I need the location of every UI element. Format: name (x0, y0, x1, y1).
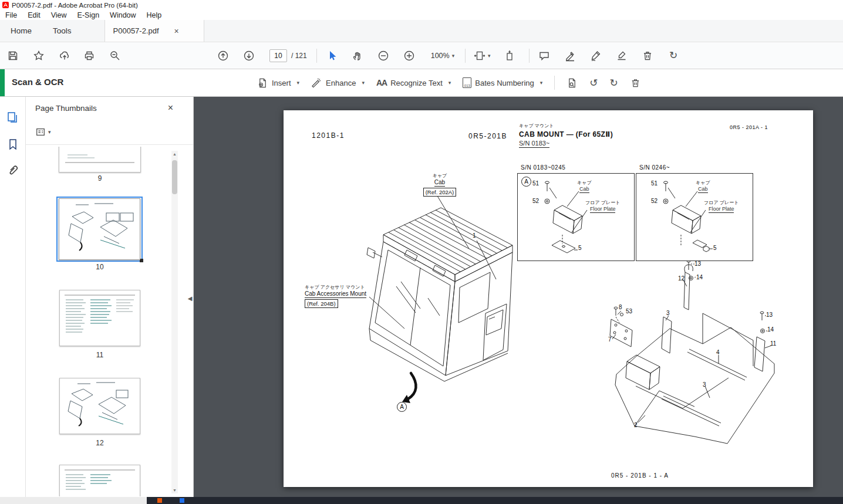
tab-document[interactable]: P00057-2.pdf × (104, 20, 204, 42)
scroll-mode-icon (504, 50, 515, 62)
toolbar-separator (554, 76, 555, 90)
document-view-area[interactable]: 1201B-1 0R5-201B キャブ マウント CAB MOUNT — (F… (194, 97, 843, 497)
menu-view[interactable]: View (46, 11, 72, 19)
callout-3: 3 (703, 381, 706, 388)
bookmarks-panel-button[interactable] (6, 138, 19, 151)
page-display-button[interactable]: ▾ (469, 46, 495, 66)
acrobat-window: P00057-2.pdf - Adobe Acrobat Pro (64-bit… (0, 0, 843, 504)
ink-sign-button[interactable] (586, 46, 606, 66)
toolbar-separator (529, 49, 530, 63)
callout-5: 5 (578, 245, 582, 251)
callout-13: 13 (766, 312, 773, 318)
callout-5: 5 (713, 245, 717, 251)
print-button[interactable] (79, 46, 99, 66)
close-tab-icon[interactable]: × (174, 26, 179, 36)
thumbnail-preview (59, 199, 140, 259)
highlight-button[interactable] (560, 46, 580, 66)
zoom-level-dropdown[interactable]: 100% ▾ (427, 49, 458, 62)
callout-2: 2 (634, 422, 638, 428)
callout-14: 14 (696, 274, 703, 280)
insert-page-icon (257, 77, 268, 89)
fill-sign-button[interactable] (612, 46, 632, 66)
bates-numbering-icon: 013 (463, 77, 471, 88)
chevron-down-icon: ▾ (362, 80, 365, 86)
menu-window[interactable]: Window (104, 11, 141, 19)
tab-home[interactable]: Home (0, 20, 42, 42)
printer-icon (83, 50, 95, 62)
chevron-down-icon: ▾ (452, 53, 455, 59)
menu-edit[interactable]: Edit (22, 11, 46, 19)
thumbnail-scrollbar[interactable]: ▲ ▼ (171, 151, 178, 493)
undo-icon: ↺ (589, 78, 598, 88)
page-number-input[interactable] (269, 49, 287, 62)
thumbnail-page-9[interactable] (59, 147, 141, 172)
taskbar-app-icon[interactable] (157, 498, 162, 503)
thumbnail-page-11[interactable] (59, 290, 140, 346)
thumbnail-options-button[interactable]: ▾ (35, 127, 51, 137)
scroll-up-icon[interactable]: ▲ (171, 152, 178, 156)
scroll-down-icon[interactable]: ▼ (171, 488, 178, 492)
enhance-button[interactable]: Enhance ▾ (311, 77, 365, 89)
thumbnail-preview (59, 147, 140, 172)
title-bar: P00057-2.pdf - Adobe Acrobat Pro (64-bit… (0, 0, 843, 10)
recognize-text-button[interactable]: AA Recognize Text ▾ (376, 78, 451, 87)
attachments-panel-button[interactable] (6, 164, 19, 177)
menu-help[interactable]: Help (141, 11, 167, 19)
thumbnail-preview (60, 378, 140, 434)
thumbnail-page-13[interactable] (59, 465, 140, 496)
thumbnail-preview (60, 290, 140, 346)
callout-52: 52 (532, 198, 539, 204)
bates-numbering-button[interactable]: 013 Bates Numbering ▾ (463, 77, 542, 88)
ocr-page-settings-button[interactable] (567, 77, 578, 89)
serial-range: S/N 0183~ (519, 140, 549, 148)
zoom-out-button[interactable] (373, 46, 393, 66)
previous-page-button[interactable] (213, 46, 233, 66)
close-panel-icon[interactable]: × (168, 103, 173, 113)
select-tool-button[interactable] (322, 46, 342, 66)
save-button[interactable] (3, 46, 23, 66)
favorite-button[interactable] (29, 46, 49, 66)
highlighter-icon (564, 50, 576, 62)
zoom-level-value: 100% (431, 52, 450, 60)
ocr-page-icon (567, 77, 578, 89)
detail-marker-circle: A (397, 402, 407, 412)
rotate-pages-button[interactable]: ↻ (663, 46, 683, 66)
menu-esign[interactable]: E-Sign (72, 11, 105, 19)
undo-button[interactable]: ↺ (589, 78, 598, 88)
insert-button[interactable]: Insert ▾ (257, 77, 299, 89)
share-cloud-button[interactable] (55, 46, 75, 66)
ocr-delete-button[interactable] (630, 77, 641, 89)
thumbnail-page-10[interactable] (59, 198, 140, 260)
callout-7: 7 (608, 336, 612, 343)
scan-ocr-actions: Insert ▾ Enhance ▾ AA Recognize Text ▾ 0… (257, 69, 653, 96)
inset-right-title: S/N 0246~ (639, 164, 670, 171)
callout-52: 52 (651, 198, 657, 204)
recognize-text-icon: AA (376, 78, 387, 87)
tab-tools[interactable]: Tools (42, 20, 82, 42)
redo-button[interactable]: ↻ (610, 78, 618, 88)
zoom-tool-button[interactable] (105, 46, 125, 66)
cloud-upload-icon (59, 50, 70, 62)
scrollbar-thumb[interactable] (172, 160, 177, 194)
hand-tool-button[interactable] (348, 46, 367, 66)
inset-cab-label: キャブ Cab (577, 180, 592, 193)
chevron-down-icon: ▾ (449, 80, 451, 86)
taskbar-app-icon[interactable] (180, 498, 184, 503)
page-thumbnails-panel: Page Thumbnails × ▾ 9 (26, 97, 194, 497)
thumbnail-label: 10 (59, 263, 141, 271)
next-page-button[interactable] (239, 46, 259, 66)
thumbnail-page-12[interactable] (59, 378, 140, 434)
panel-title: Page Thumbnails (35, 104, 97, 113)
chevron-down-icon: ▾ (48, 129, 51, 135)
scroll-mode-button[interactable] (500, 46, 520, 66)
menu-file[interactable]: File (0, 11, 22, 19)
drawing-title-jp: キャブ マウント (519, 123, 613, 129)
page-thumbnails-panel-button[interactable] (6, 111, 19, 124)
zoom-in-button[interactable] (399, 46, 419, 66)
comment-button[interactable] (534, 46, 554, 66)
collapse-panel-button[interactable]: ◀ (186, 290, 194, 306)
page-down-icon (243, 50, 255, 62)
bookmark-icon (6, 138, 19, 151)
delete-pages-button[interactable] (638, 46, 657, 66)
redo-icon: ↻ (610, 78, 618, 88)
